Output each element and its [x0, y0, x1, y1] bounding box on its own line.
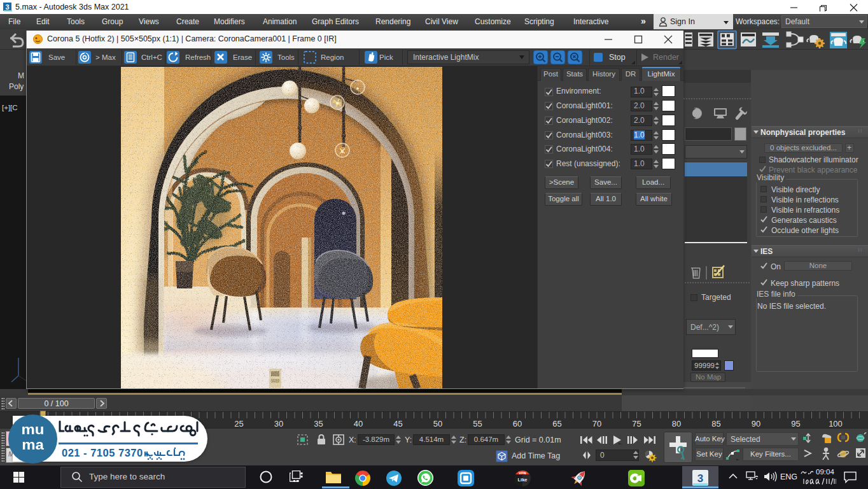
svg-text:VPN: VPN [519, 471, 526, 475]
svg-text:3: 3 [697, 472, 703, 485]
svg-text:70: 70 [592, 419, 601, 429]
svg-text:85: 85 [711, 419, 720, 429]
svg-text:25: 25 [234, 419, 243, 429]
svg-text:30: 30 [274, 419, 283, 429]
svg-text:60: 60 [513, 419, 522, 429]
svg-text:35: 35 [314, 419, 323, 429]
svg-text:40: 40 [354, 419, 363, 429]
svg-text:95: 95 [791, 419, 800, 429]
svg-text:100: 100 [829, 419, 843, 429]
svg-text:75: 75 [632, 419, 641, 429]
svg-text:80: 80 [672, 419, 681, 429]
svg-text:50: 50 [433, 419, 442, 429]
svg-text:55: 55 [473, 419, 482, 429]
svg-text:Like: Like [517, 477, 527, 483]
svg-text:45: 45 [393, 419, 402, 429]
svg-text:65: 65 [552, 419, 561, 429]
svg-text:90: 90 [752, 419, 760, 429]
svg-text:3: 3 [5, 3, 9, 11]
